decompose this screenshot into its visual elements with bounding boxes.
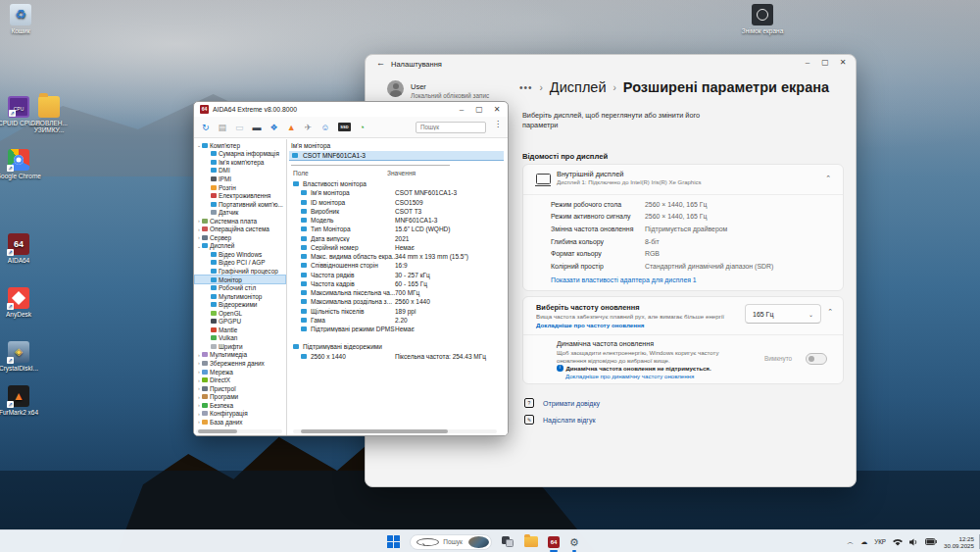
tree-item[interactable]: Mantle — [195, 326, 285, 334]
grid-row[interactable]: ID монітораCSO1509 — [293, 198, 503, 207]
grid-row[interactable]: Співвідношення сторін16:9 — [293, 261, 503, 270]
breadcrumb-ellipsis-button[interactable]: ••• — [519, 82, 533, 93]
desktop-icon-anydesk[interactable]: ↗ AnyDesk — [0, 287, 44, 318]
desktop-icon-chrome[interactable]: ↗ Google Chrome — [0, 149, 44, 179]
volume-icon[interactable] — [909, 538, 918, 546]
grid-row[interactable]: Тип Монітора15.6" LCD (WQHD) — [293, 225, 503, 233]
close-button[interactable]: ✕ — [488, 103, 506, 116]
hidden-icons-chevron[interactable]: ︿ — [847, 537, 854, 547]
tree-item[interactable]: ›Мультимедіа — [195, 351, 285, 360]
grid-row[interactable]: Ім'я монітораCSOT MNF601CA1-3 — [293, 188, 503, 197]
tree-item[interactable]: Шрифти — [195, 342, 285, 351]
tree-item[interactable]: ⌄Дисплей — [195, 242, 285, 251]
tree-item[interactable]: Відео Windows — [195, 250, 285, 259]
grid-row[interactable]: Частота рядків30 - 257 кГц — [293, 271, 503, 279]
grid-row[interactable]: ВиробникCSOT T3 — [293, 207, 503, 216]
refresh-icon[interactable]: ↻ — [202, 122, 210, 133]
language-indicator[interactable]: УКР — [874, 538, 886, 545]
tree-item[interactable]: ›Збереження даних — [195, 359, 285, 368]
tree-item[interactable]: Робочий стіл — [195, 283, 285, 292]
tree-item[interactable]: Відеорежими — [195, 300, 285, 309]
refresh-rate-more-link[interactable]: Докладніше про частоту оновлення — [536, 322, 644, 328]
grid-row[interactable]: МодельMNF601CA1-3 — [293, 216, 503, 225]
settings-taskbar-button[interactable]: ⚙ — [569, 536, 579, 548]
tree-item[interactable]: IPMI — [195, 175, 285, 183]
grid-row[interactable]: Щільність пікселів189 ppi — [293, 307, 503, 316]
maximize-button[interactable]: ▢ — [816, 56, 834, 69]
desktop-icon-screenshot[interactable]: Знімок екрана — [737, 4, 788, 34]
tree-item[interactable]: Мультимонітор — [195, 292, 285, 301]
grid-row[interactable]: Серійний номерНемає — [293, 243, 503, 252]
tree-item[interactable]: Vulkan — [195, 334, 285, 343]
aida64-search-input[interactable] — [416, 122, 486, 133]
get-help-link[interactable]: ? Отримати довідку — [524, 398, 600, 408]
tree-item[interactable]: Відео PCI / AGP — [195, 259, 285, 268]
tree-item[interactable]: Ім'я комп'ютера — [195, 158, 285, 167]
grid-row[interactable]: Максимальна піксельна ча...700 МГц — [293, 288, 503, 297]
breadcrumb-parent[interactable]: Дисплей — [550, 79, 607, 95]
tree-item[interactable]: Портативний комп'ю... — [195, 200, 285, 209]
report-icon[interactable]: ▤ — [219, 122, 227, 133]
grid-row[interactable]: Максимальна роздільна з...2560 x 1440 — [293, 297, 503, 306]
user-avatar[interactable] — [387, 80, 404, 97]
adapter-properties-link[interactable]: Показати властивості адаптера для диспле… — [551, 276, 697, 283]
maximize-button[interactable]: ▢ — [470, 103, 488, 116]
devices-icon[interactable]: ❖ — [270, 122, 278, 133]
tree-item[interactable]: ›Мережа — [195, 368, 285, 376]
grid-section-row[interactable]: Властивості монітора — [293, 179, 503, 188]
tree-item[interactable]: Розгін — [195, 183, 285, 192]
battery-icon[interactable] — [925, 538, 937, 545]
benchmark-icon[interactable]: ✈ — [305, 122, 313, 133]
start-button[interactable] — [387, 535, 400, 548]
gauge-icon[interactable]: ◔ — [360, 122, 365, 133]
taskbar-search[interactable]: Пошук — [410, 534, 492, 550]
close-button[interactable]: ✕ — [834, 56, 852, 69]
task-view-button[interactable] — [502, 536, 514, 547]
minimize-button[interactable]: – — [799, 56, 816, 69]
grid-row[interactable]: Гама2.20 — [293, 316, 503, 325]
tree-item[interactable]: Датчик — [195, 208, 285, 217]
tree-item[interactable]: ›Безпека — [195, 401, 285, 410]
desktop-icon-updates-folder[interactable]: ОНОВЛЕН... УЗИМКУ... — [24, 96, 74, 133]
tree-item[interactable]: ›Сервер — [195, 233, 285, 242]
grid-row[interactable]: Підтримувані режими DPMSНемає — [293, 325, 503, 333]
file-explorer-button[interactable] — [524, 536, 538, 547]
tree-item[interactable]: ›Пристрої — [195, 384, 285, 393]
send-feedback-link[interactable]: ✎ Надіслати відгук — [524, 415, 595, 425]
grid-row[interactable]: 2560 x 1440Піксельна частота: 254.43 МГц — [293, 352, 503, 361]
tree-item[interactable]: ›Програми — [195, 392, 285, 401]
chevron-up-icon[interactable]: ⌃ — [825, 175, 831, 182]
minimize-button[interactable]: – — [453, 103, 470, 116]
tree-horizontal-scrollbar[interactable] — [196, 429, 282, 433]
grid-row[interactable]: Дата випуску2021 — [293, 234, 503, 243]
tree-item[interactable]: DMI — [195, 167, 285, 176]
ssd-benchmark-icon[interactable]: SSD — [338, 123, 350, 131]
chevron-up-icon[interactable]: ⌃ — [827, 308, 833, 316]
tree-item[interactable]: ›Конфігурація — [195, 410, 285, 419]
burn-test-icon[interactable]: ▲ — [287, 122, 296, 133]
tree-item[interactable]: GPGPU — [195, 317, 285, 326]
tree-item[interactable]: OpenGL — [195, 309, 285, 318]
dynamic-refresh-toggle[interactable] — [806, 353, 827, 365]
desktop-icon-aida64[interactable]: 64↗ AIDA64 — [0, 233, 44, 264]
memory-icon[interactable]: ▬ — [253, 122, 262, 133]
grid-row[interactable]: Макс. видима область екра...344 mm x 193… — [293, 252, 503, 261]
user-icon[interactable]: ☺ — [320, 122, 329, 133]
disc-icon[interactable]: ▭ — [235, 122, 244, 133]
grid-horizontal-scrollbar[interactable] — [293, 429, 497, 433]
tree-item[interactable]: ⌄Комп'ютер — [195, 141, 285, 150]
tree-item[interactable]: Монітор — [195, 276, 285, 284]
grid-section-row[interactable]: Підтримувані відеорежими — [293, 342, 503, 351]
aida64-taskbar-button[interactable]: 64 — [548, 536, 560, 548]
tree-item[interactable]: ›База даних — [195, 418, 285, 427]
back-button[interactable]: ← — [376, 58, 385, 68]
onedrive-cloud-icon[interactable]: ☁ — [860, 538, 867, 546]
clock[interactable]: 12:25 30.09.2025 — [944, 535, 974, 549]
tree-item[interactable]: Електроживлення — [195, 191, 285, 200]
dynamic-refresh-link[interactable]: Докладніше про динамічну частоту оновлен… — [565, 373, 694, 379]
refresh-rate-dropdown[interactable]: 165 Гц ⌄ — [745, 304, 821, 324]
monitor-selected-item[interactable]: CSOT MNF601CA1-3 — [289, 151, 504, 161]
grid-row[interactable]: Частота кадрів60 - 165 Гц — [293, 279, 503, 288]
tree-item[interactable]: Графічний процесор — [195, 267, 285, 276]
tree-item[interactable]: Сумарна інформація — [195, 150, 285, 159]
